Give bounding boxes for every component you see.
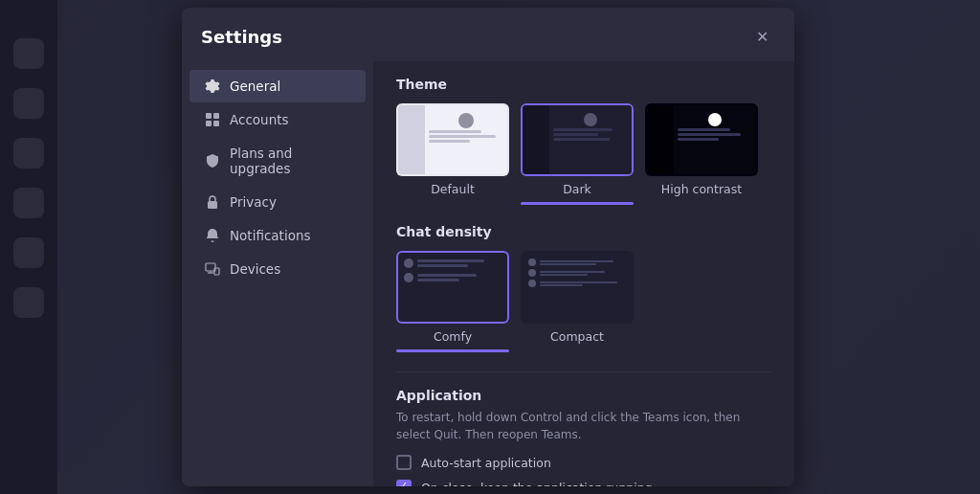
preview-default-lines (429, 130, 503, 143)
preview-line (678, 133, 741, 136)
density-row (404, 273, 501, 282)
preview-default-sidebar (398, 105, 425, 174)
density-preview-compact (521, 251, 634, 324)
compact-line (540, 263, 596, 265)
application-heading: Application (396, 388, 771, 403)
theme-heading: Theme (396, 77, 771, 92)
gear-icon (205, 79, 220, 94)
checkbox-row-autostart: Auto-start application (396, 455, 771, 470)
theme-option-high-contrast[interactable]: High contrast (645, 103, 758, 205)
density-lines (417, 274, 501, 281)
theme-option-dark[interactable]: Dark (521, 103, 634, 205)
density-line (417, 274, 477, 277)
nav-label-plans: Plans and upgrades (230, 146, 350, 176)
checkbox-label-keeprunning: On close, keep the application running (421, 481, 653, 487)
compact-dot (528, 269, 536, 277)
theme-option-default[interactable]: Default (396, 103, 509, 205)
compact-dot (528, 258, 536, 266)
application-description: To restart, hold down Control and click … (396, 409, 771, 443)
preview-line (678, 128, 730, 131)
checkbox-row-keeprunning: On close, keep the application running (396, 480, 771, 486)
theme-label-high-contrast: High contrast (661, 182, 742, 196)
preview-default-avatar (458, 113, 474, 128)
nav-label-privacy: Privacy (230, 194, 277, 210)
compact-line (540, 271, 605, 273)
bell-icon (205, 228, 220, 243)
bg-icon-5 (13, 237, 44, 268)
theme-preview-default (396, 103, 509, 176)
modal-title: Settings (201, 27, 282, 47)
nav-label-devices: Devices (230, 261, 280, 277)
density-line (417, 279, 459, 281)
close-button[interactable]: ✕ (748, 23, 775, 50)
nav-item-plans[interactable]: Plans and upgrades (189, 137, 366, 185)
nav-item-notifications[interactable]: Notifications (189, 219, 366, 252)
density-lines (417, 259, 501, 267)
preview-line (429, 140, 470, 143)
density-dot (404, 258, 413, 268)
preview-hc-content (674, 105, 756, 174)
theme-preview-hc (645, 103, 758, 176)
preview-line (678, 138, 719, 141)
preview-dark-sidebar (523, 105, 549, 174)
preview-hc-avatar (708, 113, 722, 126)
nav-item-general[interactable]: General (189, 70, 366, 102)
bg-icon-6 (13, 287, 44, 318)
grid-icon (205, 112, 220, 127)
compact-line (540, 260, 613, 262)
preview-line (553, 138, 610, 141)
shield-icon (205, 153, 220, 168)
modal-body: General Accounts Plans and upgrades (182, 61, 794, 486)
nav-label-general: General (230, 79, 280, 94)
theme-label-default: Default (431, 182, 475, 196)
nav-label-accounts: Accounts (230, 112, 289, 127)
compact-row (528, 258, 626, 266)
compact-row (528, 280, 626, 287)
preview-hc-sidebar (647, 105, 674, 174)
settings-content: Theme D (373, 61, 794, 486)
svg-rect-0 (206, 113, 212, 119)
checkbox-autostart[interactable] (396, 455, 412, 470)
preview-default-content (425, 105, 507, 174)
bg-icon-1 (13, 38, 44, 69)
density-selected-indicator (396, 349, 509, 352)
nav-item-devices[interactable]: Devices (189, 253, 366, 285)
density-heading: Chat density (396, 224, 771, 239)
section-divider (396, 371, 771, 372)
density-option-compact[interactable]: Compact (521, 251, 634, 352)
density-line (417, 264, 468, 267)
preview-line (429, 130, 481, 133)
density-label-comfy: Comfy (434, 329, 472, 344)
theme-label-dark: Dark (563, 182, 591, 196)
density-option-comfy[interactable]: Comfy (396, 251, 509, 352)
preview-line (553, 133, 598, 136)
density-label-compact: Compact (550, 329, 604, 344)
compact-line (540, 274, 588, 276)
theme-selected-indicator (521, 202, 634, 205)
density-grid: Comfy (396, 251, 771, 352)
preview-line (553, 128, 612, 131)
bg-icon-4 (13, 188, 44, 218)
svg-rect-4 (208, 201, 217, 209)
bg-icon-3 (13, 138, 44, 168)
density-row (404, 258, 501, 268)
density-dot (404, 273, 413, 282)
modal-header: Settings ✕ (182, 8, 794, 61)
density-line (417, 259, 484, 262)
nav-label-notifications: Notifications (230, 228, 311, 243)
nav-item-accounts[interactable]: Accounts (189, 103, 366, 136)
preview-dark-content (549, 105, 632, 174)
compact-dot (528, 280, 536, 287)
compact-line (540, 284, 583, 286)
settings-nav: General Accounts Plans and upgrades (182, 61, 373, 486)
nav-item-privacy[interactable]: Privacy (189, 186, 366, 218)
checkbox-keeprunning[interactable] (396, 480, 412, 486)
checkbox-label-autostart: Auto-start application (421, 456, 551, 470)
compact-line (540, 281, 617, 283)
compact-row (528, 269, 626, 277)
svg-rect-2 (206, 121, 212, 126)
svg-rect-1 (213, 113, 219, 119)
devices-icon (205, 261, 220, 277)
svg-rect-3 (213, 121, 219, 126)
lock-icon (205, 194, 220, 210)
